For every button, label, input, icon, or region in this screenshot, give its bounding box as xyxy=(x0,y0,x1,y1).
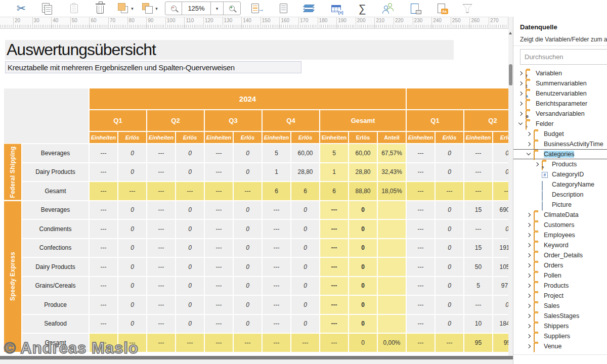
report-subtitle: Kreuztabelle mit mehreren Ergebniszellen… xyxy=(6,63,235,72)
crosstab-cell: 0 xyxy=(176,258,204,276)
crosstab-cell: 0,00% xyxy=(378,334,406,352)
report-title-object[interactable]: Auswertungsübersicht xyxy=(5,40,454,60)
ruler-segment: 130 xyxy=(223,17,242,28)
zoom-dropdown-button[interactable]: ▾ xyxy=(211,2,224,15)
zoom-out-button[interactable]: − xyxy=(165,2,182,15)
number-field-icon: # xyxy=(542,171,549,178)
tree-item-employees[interactable]: Employees xyxy=(513,230,607,240)
chevron-down-icon[interactable] xyxy=(518,122,523,126)
border-color-dropdown-icon[interactable]: ▾ xyxy=(155,6,158,11)
tree-item-keyword[interactable]: Keyword xyxy=(513,240,607,250)
zoom-level-display[interactable]: 125% xyxy=(182,2,211,15)
tree-item-shippers[interactable]: Shippers xyxy=(513,321,607,331)
tree-item-variablen[interactable]: TVariablen xyxy=(513,68,607,78)
chevron-right-icon[interactable] xyxy=(527,223,531,227)
tree-item-picture[interactable]: Picture xyxy=(513,200,607,210)
copy-button[interactable] xyxy=(34,1,61,16)
crosstab-object[interactable]: 2024Q1Q2Q3Q4GesamtQ1Q2EinheitenErlösEinh… xyxy=(4,88,508,356)
tree-item-felder[interactable]: ≡Felder xyxy=(513,119,607,129)
chevron-right-icon[interactable] xyxy=(518,92,523,96)
project-language-button[interactable]: Aa xyxy=(428,1,454,16)
tree-item-order-details[interactable]: Order_Details xyxy=(513,250,607,260)
tree-item-label: Products xyxy=(552,161,577,168)
tree-item-products[interactable]: Products xyxy=(513,281,607,291)
chevron-down-icon[interactable] xyxy=(527,152,531,156)
crosstab-cell: --- xyxy=(147,239,175,257)
crosstab-cell: 95 xyxy=(493,334,508,352)
tree-item-sales[interactable]: Sales xyxy=(513,301,607,311)
tree-item-orders[interactable]: Orders xyxy=(513,260,607,270)
chevron-right-icon[interactable] xyxy=(518,112,523,116)
tree-item-venue[interactable]: Venue xyxy=(513,341,607,351)
zoom-in-button[interactable]: + xyxy=(224,2,240,15)
report-canvas[interactable]: Auswertungsübersicht Kreuztabelle mit me… xyxy=(0,29,508,356)
tree-item-suppliers[interactable]: Suppliers xyxy=(513,331,607,341)
tree-item-berichtsparameter[interactable]: Berichtsparameter xyxy=(513,99,607,109)
paste-button[interactable] xyxy=(61,1,87,16)
sum-button[interactable]: ∑ xyxy=(349,1,375,16)
scroll-up-arrow-icon[interactable] xyxy=(509,32,512,34)
print-page-button[interactable] xyxy=(402,1,428,16)
tree-item-pollen[interactable]: Pollen xyxy=(513,270,607,281)
chevron-right-icon[interactable] xyxy=(535,162,539,166)
new-page-button[interactable] xyxy=(270,1,296,16)
tree-item-products[interactable]: nProducts xyxy=(513,159,607,169)
chevron-right-icon[interactable] xyxy=(527,334,531,338)
ruler-segment: 230 xyxy=(413,17,432,28)
chevron-right-icon[interactable] xyxy=(527,213,531,217)
folder-icon: n xyxy=(542,161,549,168)
horizontal-scrollbar[interactable] xyxy=(0,356,513,359)
tree-item-categories[interactable]: Categories xyxy=(513,149,607,159)
chevron-right-icon[interactable] xyxy=(527,344,531,348)
vertical-scrollbar[interactable] xyxy=(508,29,513,356)
fill-color-dropdown-icon[interactable]: ▾ xyxy=(131,6,134,11)
tree-item-salesstages[interactable]: SalesStages xyxy=(513,311,607,321)
sum-icon: ∑ xyxy=(359,3,366,15)
tree-item-categoryid[interactable]: #CategoryID xyxy=(513,169,607,179)
crosstab-tool-button[interactable] xyxy=(323,1,349,16)
users-button[interactable] xyxy=(375,1,402,16)
tree-item-benutzervariablen[interactable]: ABenutzervariablen xyxy=(513,88,607,99)
chevron-right-icon[interactable] xyxy=(518,71,523,75)
chevron-right-icon[interactable] xyxy=(527,132,531,136)
tree-item-climatedata[interactable]: ClimateData xyxy=(513,210,607,220)
fill-color-button[interactable]: ▾ xyxy=(113,1,138,16)
chevron-right-icon[interactable] xyxy=(527,294,531,298)
tree-item-categoryname[interactable]: CategoryName xyxy=(513,179,607,190)
chevron-right-icon[interactable] xyxy=(527,253,531,257)
ruler-segment: 70 xyxy=(108,17,127,28)
measure-header: Erlös xyxy=(349,132,377,143)
chevron-right-icon[interactable] xyxy=(518,102,523,106)
crosstab-cell: 18,05% xyxy=(378,182,406,200)
tree-item-customers[interactable]: Customers xyxy=(513,220,607,230)
chevron-right-icon[interactable] xyxy=(527,324,531,328)
chevron-right-icon[interactable] xyxy=(527,284,531,288)
chevron-right-icon[interactable] xyxy=(518,81,523,85)
chevron-right-icon[interactable] xyxy=(527,142,531,146)
delete-button[interactable] xyxy=(87,1,113,16)
chevron-right-icon[interactable] xyxy=(527,274,531,278)
search-input[interactable] xyxy=(520,49,607,65)
crosstab-cell: 0 xyxy=(436,144,463,162)
cut-button[interactable]: ✂ xyxy=(8,1,34,16)
tree-item-versandvariablen[interactable]: ⚙Versandvariablen xyxy=(513,109,607,119)
report-subtitle-object[interactable]: Kreuztabelle mit mehreren Ergebniszellen… xyxy=(5,61,301,73)
tree-item-budget[interactable]: Budget xyxy=(513,129,607,139)
chevron-right-icon[interactable] xyxy=(527,314,531,318)
chevron-right-icon[interactable] xyxy=(527,233,531,237)
tree-item-description[interactable]: Description xyxy=(513,190,607,200)
project-language-icon: Aa xyxy=(438,4,445,13)
tree-item-project[interactable]: Project xyxy=(513,291,607,301)
chevron-right-icon[interactable] xyxy=(527,243,531,247)
border-color-button[interactable]: ▾ xyxy=(138,1,162,16)
filter-button[interactable] xyxy=(454,1,481,16)
ruler-segment: 30 xyxy=(32,17,52,28)
chevron-right-icon[interactable] xyxy=(527,304,531,308)
export-button[interactable]: → xyxy=(244,1,270,16)
ruler-segment: 50 xyxy=(70,17,90,28)
chevron-right-icon[interactable] xyxy=(527,263,531,267)
layers-button[interactable] xyxy=(296,1,323,16)
tree-item-businessactivitytime[interactable]: BusinessActivityTime xyxy=(513,139,607,149)
vertical-scrollbar-thumb[interactable] xyxy=(509,64,512,85)
tree-item-summenvariablen[interactable]: ΣSummenvariablen xyxy=(513,78,607,88)
